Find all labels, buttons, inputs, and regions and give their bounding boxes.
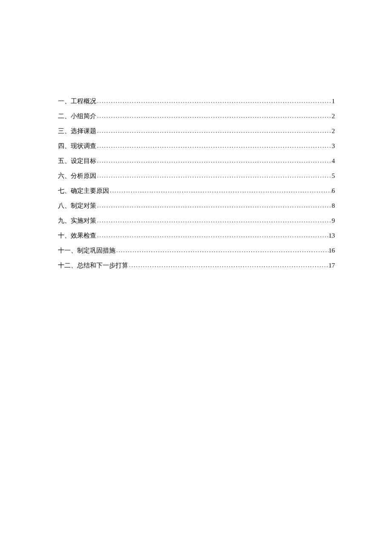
- toc-page-number: 2: [332, 127, 335, 135]
- toc-page-number: 6: [332, 187, 335, 195]
- toc-label: 十二、总结和下一步打算: [58, 262, 128, 269]
- toc-entry: 一、工程概况 .................................…: [58, 97, 335, 105]
- toc-page-number: 13: [329, 232, 335, 239]
- toc-entry: 九、实施对策 .................................…: [58, 217, 335, 224]
- toc-label: 七、确定主要原因: [58, 187, 109, 195]
- toc-entry: 八、制定对策 .................................…: [58, 202, 335, 209]
- toc-label: 十一、制定巩固措施: [58, 247, 115, 254]
- toc-page-number: 17: [329, 262, 335, 269]
- toc-entry: 三、选择课题 .................................…: [58, 127, 335, 135]
- toc-page-number: 2: [332, 112, 335, 120]
- toc-page-number: 1: [332, 97, 335, 105]
- toc-label: 八、制定对策: [58, 202, 96, 209]
- toc-page-number: 4: [332, 157, 335, 165]
- toc-label: 九、实施对策: [58, 217, 96, 224]
- toc-label: 五、设定目标: [58, 157, 96, 165]
- toc-page-number: 3: [332, 142, 335, 150]
- toc-leader-dots: ........................................…: [96, 98, 332, 105]
- toc-label: 六、分析原因: [58, 172, 96, 180]
- toc-label: 十、效果检查: [58, 232, 96, 239]
- toc-entry: 十一、制定巩固措施 ..............................…: [58, 247, 335, 254]
- toc-leader-dots: ........................................…: [96, 172, 332, 179]
- toc-leader-dots: ........................................…: [115, 247, 329, 254]
- toc-entry: 二、小组简介 .................................…: [58, 112, 335, 120]
- toc-label: 一、工程概况: [58, 97, 96, 105]
- toc-label: 三、选择课题: [58, 127, 96, 135]
- toc-entry: 五、设定目标 .................................…: [58, 157, 335, 165]
- toc-leader-dots: ........................................…: [96, 202, 332, 209]
- toc-label: 四、现状调查: [58, 142, 96, 150]
- toc-leader-dots: ........................................…: [96, 113, 332, 119]
- toc-leader-dots: ........................................…: [96, 157, 332, 164]
- table-of-contents: 一、工程概况 .................................…: [58, 97, 335, 276]
- toc-leader-dots: ........................................…: [128, 262, 329, 269]
- toc-page-number: 9: [332, 217, 335, 224]
- toc-entry: 十、效果检查 .................................…: [58, 232, 335, 239]
- toc-page-number: 8: [332, 202, 335, 209]
- toc-entry: 十二、总结和下一步打算 ............................…: [58, 262, 335, 269]
- toc-entry: 四、现状调查 .................................…: [58, 142, 335, 150]
- toc-entry: 七、确定主要原因 ...............................…: [58, 187, 335, 195]
- toc-leader-dots: ........................................…: [96, 217, 332, 224]
- toc-page-number: 5: [332, 172, 335, 180]
- toc-leader-dots: ........................................…: [96, 128, 332, 134]
- toc-page-number: 16: [329, 247, 335, 254]
- toc-label: 二、小组简介: [58, 112, 96, 120]
- toc-leader-dots: ........................................…: [109, 187, 332, 194]
- toc-leader-dots: ........................................…: [96, 232, 329, 239]
- toc-entry: 六、分析原因 .................................…: [58, 172, 335, 180]
- toc-leader-dots: ........................................…: [96, 142, 332, 149]
